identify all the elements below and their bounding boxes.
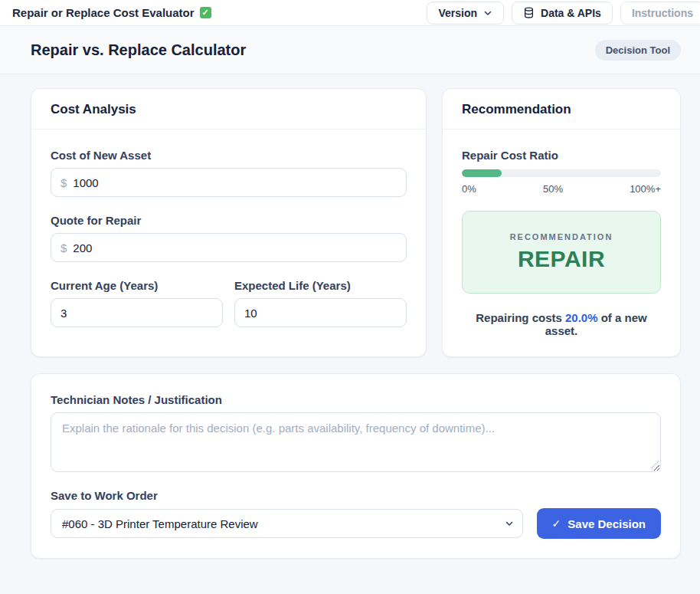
summary-prefix: Repairing costs	[476, 311, 565, 324]
save-decision-button-label: Save Decision	[568, 517, 646, 530]
app-title: Repair or Replace Cost Evaluator ✓	[12, 6, 211, 19]
expected-life-input-wrap	[234, 298, 407, 327]
check-mark-icon: ✓	[200, 7, 211, 18]
field-cost-of-new-asset: Cost of New Asset $	[51, 149, 407, 197]
verdict-box: RECOMMENDATION REPAIR	[462, 211, 661, 294]
current-age-input[interactable]	[61, 307, 213, 320]
cost-analysis-card: Cost Analysis Cost of New Asset $ Quote …	[31, 88, 427, 357]
version-button[interactable]: Version	[427, 2, 504, 25]
field-technician-notes: Technician Notes / Justification	[51, 393, 661, 472]
cost-analysis-title: Cost Analysis	[31, 89, 426, 130]
app-title-text: Repair or Replace Cost Evaluator	[12, 6, 195, 19]
dollar-prefix: $	[61, 176, 67, 189]
repair-cost-ratio-label: Repair Cost Ratio	[462, 149, 661, 162]
ratio-progress-track	[462, 169, 661, 177]
field-quote-for-repair: Quote for Repair $	[51, 214, 407, 262]
main-content: Cost Analysis Cost of New Asset $ Quote …	[0, 74, 700, 582]
scale-mid-label: 50%	[543, 183, 563, 195]
quote-for-repair-label: Quote for Repair	[51, 214, 407, 227]
work-order-select-wrap: #060 - 3D Printer Temperature Review	[51, 509, 523, 538]
cost-of-new-asset-input[interactable]	[73, 176, 397, 189]
scale-max-label: 100%+	[630, 183, 661, 195]
data-apis-button-label: Data & APIs	[541, 7, 601, 19]
save-to-work-order-label: Save to Work Order	[51, 489, 661, 502]
recommendation-title: Recommendation	[443, 89, 680, 130]
dollar-prefix: $	[61, 241, 67, 254]
scale-min-label: 0%	[462, 183, 476, 195]
ratio-scale: 0% 50% 100%+	[462, 183, 661, 195]
data-apis-button[interactable]: Data & APIs	[512, 2, 613, 25]
verdict-value: REPAIR	[478, 246, 645, 272]
instructions-button-label: Instructions	[632, 7, 693, 19]
field-save-to-work-order: Save to Work Order #060 - 3D Printer Tem…	[51, 489, 661, 539]
ratio-progress-fill	[462, 169, 502, 177]
age-life-row: Current Age (Years) Expected Life (Years…	[51, 279, 407, 327]
expected-life-label: Expected Life (Years)	[234, 279, 407, 292]
chevron-down-icon	[483, 8, 492, 18]
instructions-button[interactable]: Instructions	[620, 2, 700, 25]
database-icon	[523, 7, 535, 18]
check-icon: ✓	[552, 517, 561, 530]
cost-of-new-asset-input-wrap: $	[51, 168, 407, 197]
work-order-select[interactable]: #060 - 3D Printer Temperature Review	[51, 509, 523, 538]
technician-notes-label: Technician Notes / Justification	[51, 393, 661, 406]
current-age-label: Current Age (Years)	[51, 279, 223, 292]
topbar-actions: Version Data & APIs Instructions	[427, 2, 700, 25]
expected-life-input[interactable]	[244, 307, 397, 320]
version-button-label: Version	[438, 7, 477, 19]
ratio-summary: Repairing costs 20.0% of a new asset.	[462, 311, 661, 337]
quote-for-repair-input[interactable]	[73, 241, 397, 254]
page-header: Repair vs. Replace Calculator Decision T…	[0, 26, 700, 74]
summary-percent: 20.0%	[565, 311, 598, 324]
cost-of-new-asset-label: Cost of New Asset	[51, 149, 407, 162]
verdict-label: RECOMMENDATION	[478, 232, 645, 241]
save-decision-button[interactable]: ✓ Save Decision	[537, 508, 661, 539]
current-age-input-wrap	[51, 298, 223, 327]
technician-notes-textarea[interactable]	[51, 412, 661, 472]
notes-card: Technician Notes / Justification Save to…	[31, 373, 681, 559]
field-current-age: Current Age (Years)	[51, 279, 223, 327]
recommendation-card: Recommendation Repair Cost Ratio 0% 50% …	[442, 88, 681, 357]
page-title: Repair vs. Replace Calculator	[31, 41, 246, 59]
decision-tool-badge: Decision Tool	[595, 40, 681, 61]
quote-for-repair-input-wrap: $	[51, 233, 407, 262]
field-expected-life: Expected Life (Years)	[234, 279, 407, 327]
topbar: Repair or Replace Cost Evaluator ✓ Versi…	[0, 0, 700, 26]
